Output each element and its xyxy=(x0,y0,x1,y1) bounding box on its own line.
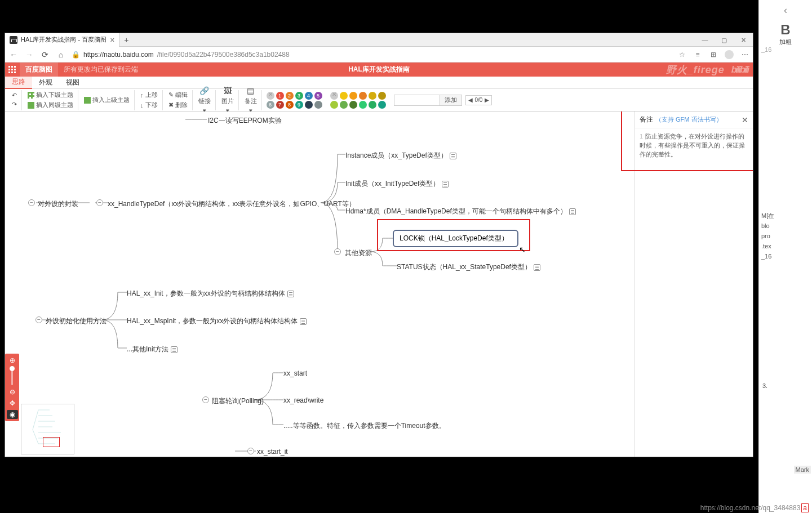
collapse-other[interactable]: − xyxy=(334,248,341,255)
priority-3[interactable]: 3 xyxy=(295,92,303,100)
delete-button[interactable]: ✖ 删除 xyxy=(166,100,190,110)
progress-6[interactable] xyxy=(330,101,338,109)
extensions-icon[interactable]: ⊞ xyxy=(709,50,718,59)
note-icon[interactable] xyxy=(450,153,456,159)
node-polling[interactable]: 阻塞轮询(Polling) xyxy=(212,396,264,406)
node-initway[interactable]: 外设初始化使用方法 xyxy=(46,316,107,326)
progress-none[interactable]: ✕ xyxy=(330,92,338,100)
progress-1[interactable] xyxy=(340,92,348,100)
edit-button[interactable]: ✎ 编辑 xyxy=(166,90,190,100)
reader-icon[interactable]: ≡ xyxy=(693,50,702,59)
search-input[interactable] xyxy=(394,95,440,105)
priority-1[interactable]: 1 xyxy=(276,92,284,100)
priority-none[interactable]: ✕ xyxy=(267,92,274,100)
note-icon[interactable] xyxy=(300,318,307,325)
progress-9[interactable] xyxy=(359,101,367,109)
note-icon[interactable] xyxy=(287,291,294,297)
priority-2[interactable]: 2 xyxy=(286,92,294,100)
progress-8[interactable] xyxy=(349,101,357,109)
window-minimize-button[interactable]: ― xyxy=(695,33,715,47)
zoom-out-icon[interactable]: ⊖ xyxy=(8,387,17,396)
node-xxstartit[interactable]: xx_start_it xyxy=(257,448,288,456)
priority-x2[interactable] xyxy=(314,101,322,109)
progress-2[interactable] xyxy=(349,92,357,100)
window-close-button[interactable]: ✕ xyxy=(734,33,753,47)
node-hdma[interactable]: Hdma*成员（DMA_HandleTypeDef类型，可能一个句柄结构体中有多… xyxy=(345,207,576,216)
progress-4[interactable] xyxy=(369,92,376,100)
zoom-target-icon[interactable]: ⊕ xyxy=(8,356,17,365)
node-init[interactable]: Init成员（xx_InitTypeDef类型） xyxy=(345,179,449,189)
url-field[interactable]: 🔒 https://naotu.baidu.com/file/0990d5a22… xyxy=(72,51,672,59)
note-icon[interactable] xyxy=(171,346,178,353)
menu-icon[interactable]: ⋯ xyxy=(740,50,749,59)
node-lock-selected[interactable]: LOCK锁（HAL_LockTypeDef类型） xyxy=(393,230,518,247)
mindmap-canvas[interactable]: I2C一读写EEPROM实验 − 对外设的封装 − xx_HandleTypeD… xyxy=(5,111,753,457)
node-xxstart[interactable]: xx_start xyxy=(283,369,307,377)
priority-7[interactable]: 7 xyxy=(276,101,284,109)
node-instance[interactable]: Instance成员（xx_TypeDef类型） xyxy=(345,151,456,160)
insert-child-button[interactable]: 插入下级主题 xyxy=(25,90,76,100)
document-title[interactable]: HAL库开发实战指南 xyxy=(348,65,410,74)
zoom-slider[interactable] xyxy=(11,367,13,385)
zoom-move-icon[interactable]: ✥ xyxy=(8,399,17,408)
subtab-view[interactable]: 视图 xyxy=(59,77,86,89)
app-menu-grid-icon[interactable] xyxy=(5,63,20,77)
search-add-button[interactable]: 添加 xyxy=(440,95,462,105)
progress-3[interactable] xyxy=(359,92,367,100)
nav-back-button[interactable]: ← xyxy=(8,50,19,59)
node-xxetc[interactable]: .....等等函数。特征，传入参数需要一个Timeout参数。 xyxy=(283,421,446,431)
progress-11[interactable] xyxy=(378,101,386,109)
zoom-eye-icon[interactable]: ◉ xyxy=(7,410,18,419)
minimap-viewport[interactable] xyxy=(43,437,60,447)
subtab-idea[interactable]: 思路 xyxy=(5,77,32,89)
progress-5[interactable] xyxy=(378,92,386,100)
node-xxrw[interactable]: xx_read\write xyxy=(283,396,323,404)
node-wrap[interactable]: 对外设的封装 xyxy=(38,199,78,209)
app-brand[interactable]: 百度脑图 xyxy=(20,63,58,77)
node-status[interactable]: STATUS状态（HAL_xx_StateTypeDef类型） xyxy=(397,262,540,272)
node-otherinit[interactable]: ...其他Init方法 xyxy=(127,345,178,354)
priority-x1[interactable] xyxy=(305,101,313,109)
priority-9[interactable]: 9 xyxy=(295,101,303,109)
priority-6[interactable]: 6 xyxy=(267,101,274,109)
collapse-polling[interactable]: − xyxy=(202,396,209,403)
nav-home-button[interactable]: ⌂ xyxy=(56,50,66,59)
note-icon[interactable] xyxy=(569,208,576,215)
note-icon[interactable] xyxy=(534,264,540,271)
image-button[interactable]: 🖼图片▾ xyxy=(219,86,236,115)
insert-sibling-button[interactable]: 插入同级主题 xyxy=(25,100,76,110)
priority-5[interactable]: 5 xyxy=(314,92,322,100)
collapse-initway[interactable]: − xyxy=(36,316,42,323)
node-halinit[interactable]: HAL_xx_Init，参数一般为xx外设的句柄结构体结构体 xyxy=(127,289,294,298)
profile-avatar[interactable] xyxy=(725,50,734,59)
subtab-appearance[interactable]: 外观 xyxy=(32,77,59,89)
insert-parent-button[interactable]: 插入上级主题 xyxy=(82,95,132,105)
node-other[interactable]: 其他资源 xyxy=(345,248,372,258)
notes-close-button[interactable]: ✕ xyxy=(742,115,748,124)
progress-7[interactable] xyxy=(340,101,348,109)
window-maximize-button[interactable]: ▢ xyxy=(715,33,734,47)
progress-10[interactable] xyxy=(369,101,376,109)
redo-button[interactable]: ↷ xyxy=(10,100,19,109)
undo-button[interactable]: ↶ xyxy=(10,91,19,100)
minimap[interactable] xyxy=(21,404,74,454)
collapse-wrap[interactable]: − xyxy=(28,199,35,206)
priority-8[interactable]: 8 xyxy=(286,101,294,109)
nav-refresh-button[interactable]: ⟳ xyxy=(40,50,50,59)
star-icon[interactable]: ☆ xyxy=(677,50,686,59)
link-button[interactable]: 🔗链接▾ xyxy=(196,86,213,115)
new-tab-button[interactable]: + xyxy=(119,35,133,44)
node-i2c[interactable]: I2C一读写EEPROM实验 xyxy=(208,116,282,126)
pager-prev[interactable]: ◀ xyxy=(468,97,473,103)
nav-forward-button[interactable]: → xyxy=(24,50,34,59)
pager-next[interactable]: ▶ xyxy=(485,97,489,103)
collapse-handle[interactable]: − xyxy=(96,199,103,206)
move-down-button[interactable]: ↓ 下移 xyxy=(138,100,160,110)
node-mspinit[interactable]: HAL_xx_MspInit，参数一般为xx外设的句柄结构体结构体 xyxy=(127,316,307,326)
node-handle[interactable]: xx_HandleTypeDef（xx外设句柄结构体，xx表示任意外设名，如GP… xyxy=(108,199,356,209)
tab-close-button[interactable]: × xyxy=(110,35,114,44)
note-button[interactable]: ▤备注▾ xyxy=(242,86,259,115)
notes-body[interactable]: 1防止资源竞争，在对外设进行操作的时候，有些操作是不可重入的，保证操作的完整性。 xyxy=(635,128,753,162)
priority-4[interactable]: 4 xyxy=(305,92,313,100)
collapse-startit[interactable]: − xyxy=(247,448,254,454)
